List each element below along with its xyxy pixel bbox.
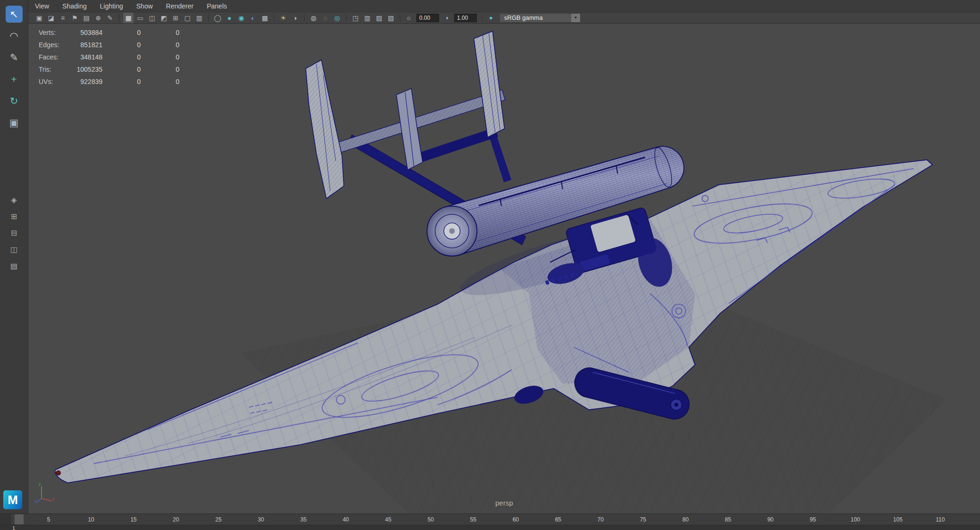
select-camera-icon[interactable]: ▣ — [34, 13, 44, 23]
hud-total: 1005235 — [67, 63, 102, 76]
time-slider[interactable]: 5101520253035404550556065707580859095100… — [0, 513, 980, 525]
field-chart-icon[interactable]: ⊞ — [170, 13, 181, 23]
two-pane-stacked-layout[interactable]: ⊟ — [8, 227, 20, 239]
axis-z-label: z — [34, 498, 37, 503]
xray-icon[interactable]: ▥ — [362, 13, 372, 23]
toolbar-separator — [119, 14, 119, 22]
two-pane-side-layout[interactable]: ⊞ — [8, 210, 20, 222]
timeline-tick-label: 20 — [173, 516, 179, 523]
menu-panels[interactable]: Panels — [205, 1, 229, 11]
resolution-gate-icon[interactable]: ◫ — [147, 13, 157, 23]
timeline-tick-label: 100 — [851, 516, 860, 523]
rotate-tool[interactable]: ↻ — [6, 93, 23, 109]
exposure-field[interactable] — [416, 14, 439, 22]
lasso-select-tool[interactable]: ◠ — [6, 27, 23, 44]
smooth-shade-icon[interactable]: ● — [224, 13, 235, 23]
move-tool[interactable]: + — [6, 71, 23, 88]
toolbar-separator — [304, 14, 304, 22]
anti-alias-icon[interactable]: ◎ — [332, 13, 342, 23]
timeline-tick-label: 15 — [130, 516, 136, 523]
wireframe-icon[interactable]: ◯ — [212, 13, 223, 23]
toolbar-separator — [482, 14, 482, 22]
hud-label: Edges: — [39, 39, 67, 51]
menu-show[interactable]: Show — [135, 1, 155, 11]
view-transform-dropdown[interactable]: sRGB gamma ▼ — [499, 13, 581, 23]
paint-select-tool[interactable]: ✎ — [6, 49, 23, 66]
layout-shortcuts: ◈⊞⊟◫▤ — [8, 193, 20, 272]
hud-col1: 0 — [102, 63, 141, 76]
timeline-tick-label: 80 — [683, 516, 689, 523]
hud-total: 348148 — [67, 51, 102, 63]
camera-label: persp — [495, 499, 513, 507]
perspective-viewport[interactable]: Verts:50388400Edges:85182100Faces:348148… — [28, 24, 980, 513]
hud-col1: 0 — [102, 26, 141, 39]
gamma-icon[interactable]: ◑ — [442, 14, 451, 21]
isolate-select-icon[interactable]: ◳ — [350, 13, 361, 23]
timeline-tick-label: 25 — [215, 516, 221, 523]
timeline-tick-label: 60 — [513, 516, 519, 523]
grease-pencil-icon[interactable]: ✎ — [105, 13, 115, 23]
hud-label: Tris: — [39, 63, 67, 76]
film-gate-icon[interactable]: ▭ — [135, 13, 145, 23]
timeline-tick-label: 70 — [598, 516, 604, 523]
timeline-tick-label: 75 — [640, 516, 646, 523]
xray-joints-icon[interactable]: ▨ — [374, 13, 384, 23]
hud-col2: 0 — [141, 26, 179, 39]
timeline-tick-label: 30 — [258, 516, 264, 523]
toolbar-separator — [400, 14, 400, 22]
timeline-tick-label: 40 — [343, 516, 349, 523]
gamma-field[interactable] — [454, 14, 477, 22]
hud-col2: 0 — [141, 63, 179, 76]
bookmark-icon[interactable]: ⚑ — [69, 13, 80, 23]
shadows-icon[interactable]: ◑ — [290, 13, 300, 23]
scale-tool[interactable]: ▣ — [6, 114, 23, 131]
pan-zoom-icon[interactable]: ⊕ — [93, 13, 103, 23]
timeline-playhead[interactable] — [15, 514, 24, 524]
outliner-pane-layout[interactable]: ▤ — [8, 260, 20, 272]
safe-title-icon[interactable]: ▥ — [194, 13, 204, 23]
color-management-icon[interactable]: ● — [486, 14, 496, 21]
safe-action-icon[interactable]: ▢ — [182, 13, 193, 23]
occlusion-icon[interactable]: ◍ — [308, 13, 319, 23]
timeline-tick-label: 10 — [88, 516, 94, 523]
maya-logo: M — [3, 490, 22, 509]
menu-view[interactable]: View — [33, 1, 51, 11]
range-start-value: 1 — [12, 525, 15, 530]
plate-icon[interactable]: ▧ — [386, 13, 396, 23]
timeline-tick-label: 55 — [470, 516, 476, 523]
hud-col1: 0 — [102, 39, 141, 51]
exposure-icon[interactable]: ☼ — [404, 14, 414, 21]
shade-wireframe-icon[interactable]: ◉ — [236, 13, 246, 23]
image-plane-icon[interactable]: ▤ — [81, 13, 92, 23]
panel-menu-bar: ViewShadingLightingShowRendererPanels — [28, 0, 980, 12]
timeline-tick-label: 65 — [555, 516, 561, 523]
chevron-down-icon: ▼ — [571, 14, 580, 22]
tool-box: ↖◠✎+↻▣ ◈⊞⊟◫▤ — [0, 0, 28, 513]
textured-icon[interactable]: ◐ — [248, 13, 258, 23]
camera-attributes-icon[interactable]: ≡ — [58, 13, 68, 23]
toolbar-separator — [346, 14, 346, 22]
timeline-tick-label: 105 — [893, 516, 903, 523]
select-tool[interactable]: ↖ — [6, 6, 23, 23]
gate-mask-icon[interactable]: ◩ — [159, 13, 169, 23]
viewport-toolbar: ▣◪≡⚑▤⊕✎▦▭◫◩⊞▢▥◯●◉◐▩☀◑◍◌◎◳▥▨▧ ☼ ◑ ● sRGB … — [28, 12, 980, 24]
grid-icon[interactable]: ▦ — [123, 13, 134, 23]
four-pane-layout[interactable]: ◫ — [8, 243, 20, 255]
toolbar-separator — [208, 14, 209, 22]
lock-camera-icon[interactable]: ◪ — [46, 13, 56, 23]
timeline-tick-label: 85 — [725, 516, 731, 523]
wingtip-locator — [56, 471, 60, 475]
menu-shading[interactable]: Shading — [60, 1, 88, 11]
range-slider[interactable]: 1 — [0, 525, 980, 530]
timeline-tick-label: 110 — [936, 516, 945, 523]
menu-renderer[interactable]: Renderer — [164, 1, 195, 11]
single-pane-layout[interactable]: ◈ — [8, 193, 20, 206]
hud-col2: 0 — [141, 39, 179, 51]
hud-stats: Verts:50388400Edges:85182100Faces:348148… — [39, 26, 179, 88]
menu-lighting[interactable]: Lighting — [98, 1, 125, 11]
motion-blur-icon[interactable]: ◌ — [320, 13, 330, 23]
view-transform-value: sRGB gamma — [504, 14, 543, 21]
viewport-canvas[interactable] — [28, 24, 980, 513]
use-all-lights-icon[interactable]: ☀ — [278, 13, 288, 23]
checker-icon[interactable]: ▩ — [260, 13, 270, 23]
